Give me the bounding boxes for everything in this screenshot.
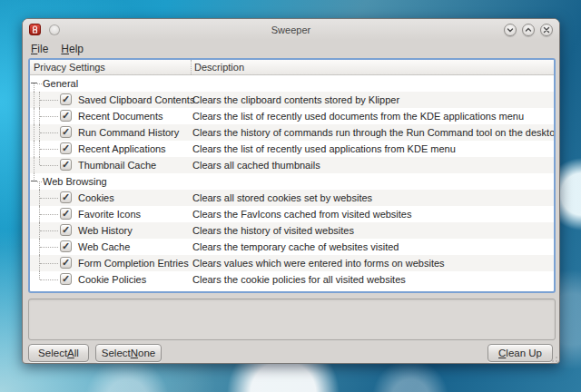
item-description: Clears values which were entered into fo… bbox=[192, 258, 445, 269]
desktop-wallpaper: Sweeper bbox=[0, 0, 581, 392]
item-description: Clears the list of recently used documen… bbox=[192, 111, 524, 122]
item-label: Cookie Policies bbox=[78, 274, 146, 285]
checkbox[interactable]: ✓ bbox=[60, 110, 72, 122]
column-header-description[interactable]: Description bbox=[191, 60, 554, 74]
checkbox[interactable]: ✓ bbox=[60, 159, 72, 171]
chevron-down-icon bbox=[507, 26, 514, 34]
tree-item-row[interactable]: ✓ Favorite Icons Clears the FavIcons cac… bbox=[30, 206, 554, 222]
maximize-button[interactable] bbox=[522, 24, 535, 36]
tree-item-row[interactable]: ✓ Run Command History Clears the history… bbox=[30, 124, 554, 141]
group-label: General bbox=[43, 78, 78, 89]
chevron-up-icon bbox=[525, 26, 532, 34]
item-description: Clears the temporary cache of websites v… bbox=[192, 241, 399, 252]
item-description: Clears the history of commands run throu… bbox=[192, 127, 556, 138]
item-label: Form Completion Entries bbox=[78, 258, 189, 269]
tree-item-row[interactable]: ✓ Form Completion Entries Clears values … bbox=[30, 255, 554, 271]
tree-item-row[interactable]: ✓ Web Cache Clears the temporary cache o… bbox=[30, 239, 554, 255]
group-label: Web Browsing bbox=[43, 176, 107, 187]
checkbox[interactable]: ✓ bbox=[60, 224, 72, 236]
item-label: Web Cache bbox=[78, 241, 130, 252]
collapse-expander-icon[interactable] bbox=[31, 181, 37, 181]
window-controls bbox=[504, 24, 553, 36]
tree-header: Privacy Settings Description bbox=[30, 60, 554, 75]
menubar: File Help bbox=[23, 40, 559, 58]
item-label: Web History bbox=[78, 225, 133, 236]
minimize-button[interactable] bbox=[504, 24, 517, 36]
privacy-settings-tree: Privacy Settings Description General ✓ S… bbox=[28, 58, 556, 293]
titlebar[interactable]: Sweeper bbox=[23, 19, 559, 40]
item-label: Recent Applications bbox=[78, 143, 166, 154]
checkbox[interactable]: ✓ bbox=[60, 142, 72, 154]
item-description: Clears the FavIcons cached from visited … bbox=[192, 209, 412, 220]
item-label: Recent Documents bbox=[78, 111, 163, 122]
tree-item-row[interactable]: ✓ Recent Documents Clears the list of re… bbox=[30, 108, 554, 124]
tree-item-row[interactable]: ✓ Cookie Policies Clears the cookie poli… bbox=[30, 271, 554, 288]
close-button[interactable] bbox=[540, 24, 553, 36]
checkbox[interactable]: ✓ bbox=[60, 273, 72, 285]
item-label: Saved Clipboard Contents bbox=[78, 94, 194, 105]
checkbox[interactable]: ✓ bbox=[60, 257, 72, 269]
checkbox[interactable]: ✓ bbox=[60, 191, 72, 203]
tree-group-row[interactable]: General bbox=[30, 75, 554, 92]
close-x-icon bbox=[543, 26, 550, 34]
checkbox[interactable]: ✓ bbox=[60, 126, 72, 138]
select-all-button[interactable]: Select All bbox=[28, 344, 89, 362]
item-label: Thumbnail Cache bbox=[78, 160, 156, 171]
item-description: Clears the clipboard contents stored by … bbox=[192, 94, 399, 105]
window-title: Sweeper bbox=[23, 24, 559, 35]
item-description: Clears the history of visited websites bbox=[192, 225, 354, 236]
item-label: Favorite Icons bbox=[78, 209, 141, 220]
checkbox[interactable]: ✓ bbox=[60, 208, 72, 220]
tree-item-row[interactable]: ✓ Web History Clears the history of visi… bbox=[30, 222, 554, 239]
item-description: Clears the list of recently used applica… bbox=[192, 143, 456, 154]
menu-help[interactable]: Help bbox=[61, 43, 84, 55]
tree-item-row[interactable]: ✓ Recent Applications Clears the list of… bbox=[30, 141, 554, 157]
item-label: Cookies bbox=[78, 192, 114, 203]
item-description: Clears the cookie policies for all visit… bbox=[192, 274, 406, 285]
item-description: Clears all cached thumbnails bbox=[192, 160, 320, 171]
select-none-button[interactable]: Select None bbox=[95, 344, 162, 362]
item-description: Clears all stored cookies set by website… bbox=[192, 192, 372, 203]
clean-up-button[interactable]: Clean Up bbox=[487, 344, 553, 362]
resize-grip[interactable] bbox=[550, 355, 557, 362]
tree-item-row[interactable]: ✓ Thumbnail Cache Clears all cached thum… bbox=[30, 157, 554, 173]
sweeper-window: Sweeper bbox=[22, 18, 560, 364]
tree-item-row[interactable]: ✓ Saved Clipboard Contents Clears the cl… bbox=[30, 92, 554, 108]
tree-item-row[interactable]: ✓ Cookies Clears all stored cookies set … bbox=[30, 190, 554, 206]
checkbox[interactable]: ✓ bbox=[60, 93, 72, 105]
collapse-expander-icon[interactable] bbox=[31, 83, 37, 83]
cleanup-details-panel[interactable] bbox=[28, 299, 556, 340]
item-label: Run Command History bbox=[78, 127, 179, 138]
checkbox[interactable]: ✓ bbox=[60, 240, 72, 252]
menu-file[interactable]: File bbox=[31, 43, 48, 55]
column-header-privacy-settings[interactable]: Privacy Settings bbox=[30, 62, 191, 73]
tree-group-row[interactable]: Web Browsing bbox=[30, 173, 554, 190]
